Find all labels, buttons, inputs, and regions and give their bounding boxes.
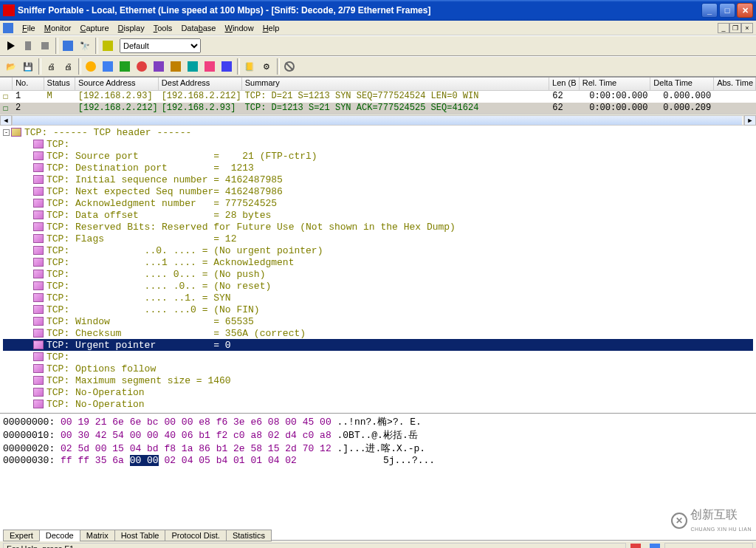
decode-line[interactable]: TCP: Window = 65535 bbox=[3, 315, 753, 327]
dashboard-button[interactable] bbox=[83, 58, 99, 75]
tab-protocol-dist[interactable]: Protocol Dist. bbox=[165, 530, 226, 541]
field-icon bbox=[33, 210, 44, 219]
decode-line[interactable]: TCP: Data offset = 28 bytes bbox=[3, 209, 753, 221]
tab-expert[interactable]: Expert bbox=[3, 530, 40, 541]
decode-line[interactable]: TCP: Checksum = 356A (correct) bbox=[3, 327, 753, 339]
decode-line[interactable]: -TCP: ------ TCP header ------ bbox=[3, 126, 753, 138]
menu-capture[interactable]: Capture bbox=[75, 24, 113, 32]
hex-line[interactable]: 00000000: 00 19 21 6e 6e bc 00 00 e8 f6 … bbox=[3, 415, 753, 428]
menu-tools[interactable]: Tools bbox=[149, 24, 177, 32]
packet-row[interactable]: ☐1M[192.168.2.93][192.168.2.212]TCP: D=2… bbox=[0, 91, 756, 103]
menu-file[interactable]: File bbox=[18, 24, 40, 32]
col-len[interactable]: Len (B bbox=[549, 78, 580, 90]
status-icon-1 bbox=[630, 544, 641, 549]
maximize-button[interactable]: □ bbox=[719, 3, 735, 18]
hex-line[interactable]: 00000030: ff ff 35 6a 00 00 02 04 05 b4 … bbox=[3, 455, 753, 466]
tab-statistics[interactable]: Statistics bbox=[226, 530, 272, 541]
packet-row[interactable]: ☐2[192.168.2.212][192.168.2.93]TCP: D=12… bbox=[0, 103, 756, 114]
tab-host-table[interactable]: Host Table bbox=[114, 530, 166, 541]
decode-line[interactable]: TCP: No-Operation bbox=[3, 398, 753, 410]
decode-line[interactable]: TCP: Urgent pointer = 0 bbox=[3, 339, 753, 351]
hosts-button[interactable] bbox=[100, 58, 116, 75]
tab-decode[interactable]: Decode bbox=[39, 530, 80, 541]
col-rel[interactable]: Rel. Time bbox=[580, 78, 651, 90]
alarm-button[interactable] bbox=[202, 58, 218, 75]
field-icon bbox=[33, 163, 44, 172]
col-abs[interactable]: Abs. Time bbox=[714, 78, 756, 90]
field-icon bbox=[33, 388, 44, 397]
minimize-button[interactable]: _ bbox=[701, 3, 718, 18]
decode-line[interactable]: TCP: Destination port = 1213 bbox=[3, 162, 753, 174]
matrix-button[interactable] bbox=[117, 58, 133, 75]
col-flag[interactable] bbox=[0, 78, 13, 90]
decode-line[interactable]: TCP: Reserved Bits: Reserved for Future … bbox=[3, 221, 753, 233]
decode-pane[interactable]: -TCP: ------ TCP header ------TCP:TCP: S… bbox=[0, 126, 756, 414]
field-icon bbox=[33, 376, 44, 385]
print-button[interactable]: 🖨 bbox=[43, 58, 59, 75]
protocol-button[interactable] bbox=[151, 58, 167, 75]
col-status[interactable]: Status bbox=[44, 78, 75, 90]
mdi-close-button[interactable]: × bbox=[741, 23, 753, 33]
decode-line[interactable]: TCP: Flags = 12 bbox=[3, 233, 753, 244]
hex-pane[interactable]: 00000000: 00 19 21 6e 6e bc 00 00 e8 f6 … bbox=[0, 414, 756, 470]
decode-line[interactable]: TCP: Options follow bbox=[3, 363, 753, 374]
capture-settings-button[interactable] bbox=[60, 38, 76, 54]
menu-help[interactable]: Help bbox=[258, 24, 284, 32]
decode-line[interactable]: TCP: ..0. .... = (No urgent pointer) bbox=[3, 244, 753, 256]
menu-database[interactable]: Database bbox=[176, 24, 220, 32]
menu-window[interactable]: Window bbox=[221, 24, 258, 32]
mdi-restore-button[interactable]: ❐ bbox=[729, 23, 741, 33]
decode-line[interactable]: TCP: .... .0.. = (No reset) bbox=[3, 280, 753, 292]
profile-dropdown[interactable]: Default bbox=[120, 38, 201, 53]
mdi-minimize-button[interactable]: _ bbox=[718, 23, 729, 33]
decode-line[interactable]: TCP: ...1 .... = Acknowledgment bbox=[3, 256, 753, 268]
hex-line[interactable]: 00000010: 00 30 42 54 00 00 40 06 b1 f2 … bbox=[3, 428, 753, 442]
col-src[interactable]: Source Address bbox=[75, 78, 159, 90]
decode-line[interactable]: TCP: bbox=[3, 351, 753, 363]
decode-line[interactable]: TCP: Source port = 21 (FTP-ctrl) bbox=[3, 150, 753, 162]
field-icon bbox=[33, 246, 44, 255]
packet-rows[interactable]: ☐1M[192.168.2.93][192.168.2.212]TCP: D=2… bbox=[0, 91, 756, 114]
pause-button[interactable] bbox=[20, 38, 36, 54]
col-summary[interactable]: Summary bbox=[242, 78, 549, 90]
decode-line[interactable]: TCP: No-Operation bbox=[3, 386, 753, 398]
col-no[interactable]: No. bbox=[13, 78, 44, 90]
col-delta[interactable]: Delta Time bbox=[650, 78, 714, 90]
col-dst[interactable]: Dest Address bbox=[159, 78, 242, 90]
scroll-right-button[interactable]: ► bbox=[744, 115, 756, 126]
decode-line[interactable]: TCP: Acknowledgment number = 777524525 bbox=[3, 197, 753, 209]
scroll-left-button[interactable]: ◄ bbox=[0, 115, 12, 126]
stop-button[interactable] bbox=[37, 38, 53, 54]
switch-button[interactable] bbox=[219, 58, 235, 75]
scroll-thumb[interactable] bbox=[13, 116, 742, 125]
decode-line[interactable]: TCP: bbox=[3, 138, 753, 150]
field-icon bbox=[33, 187, 44, 196]
open-button[interactable]: 📂 bbox=[3, 58, 19, 75]
settings-button[interactable]: ⚙ bbox=[258, 58, 275, 75]
decode-line[interactable]: TCP: .... ..1. = SYN bbox=[3, 292, 753, 304]
binoculars-button[interactable]: 🔭 bbox=[77, 38, 93, 54]
save-button[interactable]: 💾 bbox=[20, 58, 36, 75]
decode-line[interactable]: TCP: Next expected Seq number= 416248798… bbox=[3, 185, 753, 197]
decode-line[interactable]: TCP: Initial sequence number = 416248798… bbox=[3, 174, 753, 185]
printers-button[interactable]: 🖨 bbox=[60, 58, 76, 75]
twist-icon[interactable]: - bbox=[3, 129, 10, 136]
packet-list-scrollbar[interactable]: ◄ ► bbox=[0, 114, 756, 126]
addrbook-button[interactable]: 📒 bbox=[241, 58, 258, 75]
tab-matrix[interactable]: Matrix bbox=[80, 530, 115, 541]
decode-line[interactable]: TCP: Maximum segment size = 1460 bbox=[3, 374, 753, 386]
global-button[interactable] bbox=[185, 58, 201, 75]
art-button[interactable] bbox=[134, 58, 150, 75]
hex-line[interactable]: 00000020: 02 5d 00 15 04 bd f8 1a 86 b1 … bbox=[3, 442, 753, 455]
play-button[interactable] bbox=[3, 38, 19, 54]
decode-line[interactable]: TCP: .... 0... = (No push) bbox=[3, 268, 753, 280]
menu-display[interactable]: Display bbox=[114, 24, 149, 32]
field-icon bbox=[33, 329, 44, 338]
cancel-button[interactable] bbox=[281, 58, 298, 75]
menu-monitor[interactable]: Monitor bbox=[40, 24, 76, 32]
history-button[interactable] bbox=[168, 58, 184, 75]
close-button[interactable]: ✕ bbox=[737, 3, 753, 18]
decode-line[interactable]: TCP: .... ...0 = (No FIN) bbox=[3, 304, 753, 315]
field-icon bbox=[33, 281, 44, 290]
define-filter-button[interactable] bbox=[100, 38, 116, 54]
